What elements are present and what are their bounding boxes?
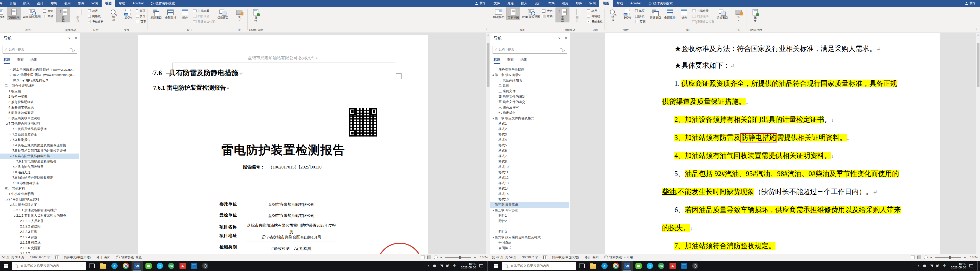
view-side-by-side-button[interactable]: 并排查看 xyxy=(193,8,215,13)
track-changes-status[interactable]: 修订: 关闭 xyxy=(584,255,598,260)
nav-item[interactable]: 服务类竞争性磋商 xyxy=(490,67,569,72)
print-layout-button[interactable]: 页面视图 xyxy=(7,8,21,20)
web-layout-button[interactable]: Web 版式视图 xyxy=(21,8,42,19)
ribbon-tab-5[interactable]: 布局 xyxy=(47,0,60,7)
task-view-icon[interactable] xyxy=(576,261,587,271)
gridlines-checkbox[interactable]: 网格线 xyxy=(587,14,603,19)
zoom-slider-thumb[interactable] xyxy=(459,256,461,259)
expand-node-icon[interactable]: ▷ xyxy=(9,74,13,76)
nav-item[interactable]: 7.10 零售价格承诺 xyxy=(0,181,79,186)
microsoft-edge-icon[interactable]: e xyxy=(599,261,610,271)
new-window-button[interactable]: 新建窗口 xyxy=(648,8,662,20)
ribbon-tab-7[interactable]: 邮件 xyxy=(74,0,88,7)
ribbon-tab-3[interactable]: 插入 xyxy=(517,0,531,7)
properties-button[interactable]: 属性 xyxy=(249,8,263,23)
zoom-percentage[interactable]: 140% xyxy=(969,255,978,259)
file-explorer-icon[interactable] xyxy=(587,261,599,271)
collapse-node-icon[interactable]: ◢ xyxy=(491,74,495,76)
nav-item[interactable]: ◢2.1.2 有具体人员对接采购人的服务 xyxy=(0,213,79,219)
file-explorer-icon[interactable] xyxy=(97,261,109,271)
nav-item[interactable]: 5 商务条款偏离表 xyxy=(0,110,79,116)
zoom-in-button[interactable]: ＋ xyxy=(473,255,477,260)
volume-icon[interactable] xyxy=(446,265,448,268)
nav-item[interactable]: 六 磋商及评审 xyxy=(490,105,569,110)
mail-icon[interactable] xyxy=(188,261,200,271)
nav-item[interactable] xyxy=(490,224,569,229)
split-button[interactable]: 拆分 xyxy=(178,8,192,20)
nav-item[interactable]: 一 供应商须知表 xyxy=(490,78,569,83)
nav-item[interactable]: 合同条款 xyxy=(490,240,569,246)
switch-windows-button[interactable]: 切换窗口 ⌄ xyxy=(715,8,729,22)
nav-item[interactable]: 1 响应函 xyxy=(0,89,79,94)
zoom-slider[interactable] xyxy=(935,257,961,258)
vertical-button[interactable]: 垂直 xyxy=(56,8,70,22)
proofing-icon[interactable] xyxy=(56,255,59,259)
arrange-all-button[interactable]: 全部重排 xyxy=(663,8,677,20)
page-width-button[interactable]: 页宽 xyxy=(136,19,146,24)
search-icon[interactable] xyxy=(560,48,562,51)
nav-item[interactable]: 附件1 xyxy=(490,213,569,219)
nav-item[interactable]: 合同格式 xyxy=(490,246,569,251)
share-button[interactable]: 共享 xyxy=(961,0,980,7)
nav-item[interactable]: ▷7.2 证照资质齐全 xyxy=(0,132,79,137)
nav-item[interactable]: ▷7.4 具备正规供货渠道及质量保证措施 xyxy=(0,143,79,148)
nav-item[interactable]: 二 总则 xyxy=(490,83,569,89)
volume-icon[interactable] xyxy=(936,265,938,268)
pdf-reader-icon[interactable]: A xyxy=(667,261,678,271)
zoom-in-button[interactable]: ＋ xyxy=(963,255,967,260)
pdf-reader-icon[interactable]: A xyxy=(177,261,188,271)
zoom-button[interactable]: 缩放 xyxy=(107,8,121,22)
ribbon-tab-9[interactable]: 视图 xyxy=(102,0,115,7)
show-desktop-button[interactable] xyxy=(977,261,979,271)
nav-item[interactable]: 格式5 xyxy=(490,143,569,148)
collapse-node-icon[interactable]: ◢ xyxy=(5,123,8,125)
nav-item[interactable]: 2.1.2.1 人员名册 xyxy=(0,219,79,224)
nav-item[interactable]: ◢7.6 具有防雷及防静电措施 xyxy=(0,154,79,159)
expand-node-icon[interactable]: ▷ xyxy=(9,139,13,141)
nav-item[interactable]: 三 采购文件 xyxy=(490,89,569,94)
nav-item[interactable]: 2.1.2.2 张红阳 xyxy=(0,224,79,229)
search-icon[interactable] xyxy=(70,48,72,51)
view-side-by-side-button[interactable]: 并排查看 xyxy=(692,8,714,13)
collapse-ribbon-icon[interactable]: ∧ xyxy=(975,28,977,31)
settings-icon[interactable] xyxy=(200,261,211,271)
ribbon-tab-8[interactable]: 审阅 xyxy=(88,0,102,7)
ribbon-tab-6[interactable]: 引用 xyxy=(558,0,572,7)
close-pane-icon[interactable]: × xyxy=(75,36,77,40)
new-window-button[interactable]: 新建窗口 xyxy=(149,8,163,20)
accessibility-status[interactable]: 辅助功能: 不可用 xyxy=(609,255,633,260)
side-to-side-button[interactable]: 翻页 xyxy=(71,8,84,22)
taskbar-search-box[interactable]: 在这里输入你要搜索的内容 xyxy=(502,262,576,270)
chrome-browser-icon[interactable] xyxy=(610,261,622,271)
nav-item[interactable]: ◢第六章 政府采购合同条款及格式 xyxy=(490,235,569,240)
ribbon-tab-7[interactable]: 邮件 xyxy=(572,0,585,7)
nav-item[interactable]: 1 中小企业声明函 xyxy=(0,192,79,197)
navigation-pane-checkbox[interactable]: 导航窗格 xyxy=(88,19,103,24)
qq-icon[interactable]: Q xyxy=(644,261,655,271)
nav-item[interactable]: 2.1.2.6 史丽丽 xyxy=(0,246,79,251)
collapse-ribbon-icon[interactable]: ∧ xyxy=(485,28,487,31)
nav-item[interactable]: 七 确定成交 xyxy=(490,110,569,116)
nav-item[interactable]: 10.3 不存在行政处罚记录 xyxy=(0,78,79,83)
nav-item[interactable]: 7.7 具有油气回收装置 xyxy=(0,164,79,170)
search-dropdown-icon[interactable]: ⌄ xyxy=(563,49,566,51)
ime-indicator[interactable]: 中 xyxy=(452,263,458,269)
nav-item[interactable]: 2.1.2.3 江海 xyxy=(0,229,79,235)
show-desktop-button[interactable] xyxy=(487,261,489,271)
nav-item[interactable]: 格式10 xyxy=(490,164,569,170)
language-status[interactable]: 简体中文(中国大陆) xyxy=(552,255,579,260)
web-layout-button[interactable]: Web 版式视图 xyxy=(521,8,541,19)
zoom-out-button[interactable]: − xyxy=(440,255,442,260)
read-mode-button[interactable]: 阅读视图 xyxy=(0,8,6,19)
tell-me-search[interactable]: 操作说明搜索 xyxy=(645,0,676,7)
nav-item[interactable]: 格式3 xyxy=(490,132,569,137)
taskbar-clock[interactable]: 16:55 2025-08-30 xyxy=(461,263,476,269)
ribbon-tab-10[interactable]: 帮助 xyxy=(115,0,129,7)
multiple-pages-button[interactable]: 多页 xyxy=(136,14,146,19)
zoom-slider[interactable] xyxy=(445,257,471,258)
ribbon-tab-5[interactable]: 布局 xyxy=(545,0,558,7)
page-width-button[interactable]: 页宽 xyxy=(635,19,645,24)
ribbon-tab-1[interactable]: 文件 xyxy=(0,0,6,7)
one-page-button[interactable]: 单页 xyxy=(635,8,645,13)
nav-item[interactable]: 2 报价一览表 xyxy=(0,94,79,100)
